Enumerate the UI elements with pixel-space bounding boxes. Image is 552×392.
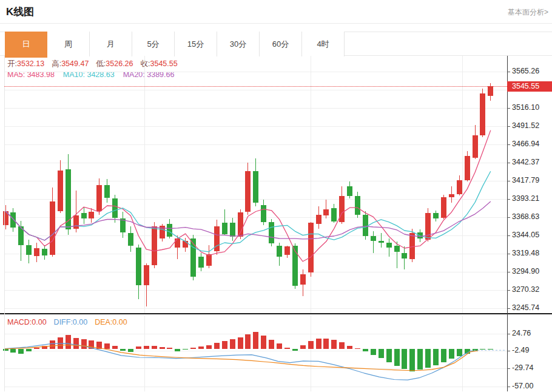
macd-axis-tick xyxy=(507,351,510,351)
macd-axis-label: -29.74 xyxy=(512,363,533,372)
price-axis-tick xyxy=(507,199,510,200)
header-divider xyxy=(0,23,552,24)
price-axis-tick xyxy=(507,72,510,72)
page-title: K线图 xyxy=(6,5,34,19)
price-axis-tick xyxy=(507,272,510,272)
price-axis-label: 3344.05 xyxy=(512,231,539,239)
price-axis-tick xyxy=(507,217,510,218)
price-axis-tick xyxy=(507,254,510,254)
price-axis-tick xyxy=(507,290,510,291)
period-tab-0[interactable]: 日 xyxy=(5,32,47,58)
price-axis-label: 3565.26 xyxy=(512,67,539,75)
macd-axis-label: 24.76 xyxy=(512,329,531,337)
price-axis-tick xyxy=(507,163,510,163)
price-axis-tick xyxy=(507,308,510,309)
pane-divider xyxy=(0,313,552,314)
plot-left-border xyxy=(4,56,5,391)
period-tab-5[interactable]: 30分 xyxy=(217,32,260,56)
price-axis-line xyxy=(507,56,508,391)
period-tab-3[interactable]: 5分 xyxy=(132,32,175,56)
price-axis-label: 3319.48 xyxy=(512,249,539,257)
diff-line xyxy=(5,343,478,380)
candlestick-pane xyxy=(4,56,507,313)
macd-axis-tick xyxy=(507,334,510,334)
price-axis-tick xyxy=(507,181,510,181)
period-tab-7[interactable]: 4时 xyxy=(302,32,345,56)
ma10-line xyxy=(5,171,491,252)
price-axis-label: 3393.21 xyxy=(512,194,539,203)
current-price-line xyxy=(4,86,507,87)
price-axis-label: 3294.90 xyxy=(512,267,539,275)
fundamental-analysis-link[interactable]: 基本面分析> xyxy=(508,7,548,18)
price-axis-tick xyxy=(507,235,510,236)
macd-axis-tick xyxy=(507,368,510,369)
period-tab-2[interactable]: 月 xyxy=(90,32,132,56)
period-tabbar: 日周月5分15分30分60分4时 xyxy=(0,32,552,56)
price-axis-tick xyxy=(507,126,510,127)
price-axis-label: 3466.94 xyxy=(512,140,539,148)
price-axis-label: 3516.10 xyxy=(512,103,539,112)
price-axis-label: 3245.74 xyxy=(512,303,539,312)
price-axis-tick xyxy=(507,144,510,145)
price-axis-label: 3417.79 xyxy=(512,176,539,184)
price-axis-label: 3491.52 xyxy=(512,121,539,130)
macd-axis-tick xyxy=(507,387,510,387)
macd-axis-label: -2.49 xyxy=(512,346,530,354)
price-axis-tick xyxy=(507,108,510,109)
price-axis-label: 3368.63 xyxy=(512,212,539,221)
dea-line xyxy=(5,345,478,371)
price-axis-label: 3442.37 xyxy=(512,158,539,166)
period-tab-4[interactable]: 15分 xyxy=(175,32,217,56)
macd-lines-layer xyxy=(4,316,507,391)
ma5-line xyxy=(5,130,491,262)
period-tab-6[interactable]: 60分 xyxy=(260,32,302,56)
current-price-badge: 3545.55 xyxy=(507,81,552,92)
macd-axis-label: -57.00 xyxy=(512,382,533,390)
ma-lines-layer xyxy=(4,56,507,313)
macd-pane xyxy=(4,316,507,391)
price-axis-label: 3270.32 xyxy=(512,285,539,294)
period-tab-1[interactable]: 周 xyxy=(47,32,90,56)
kline-widget: K线图 基本面分析> 日周月5分15分30分60分4时 开:3532.13高:3… xyxy=(0,0,552,392)
